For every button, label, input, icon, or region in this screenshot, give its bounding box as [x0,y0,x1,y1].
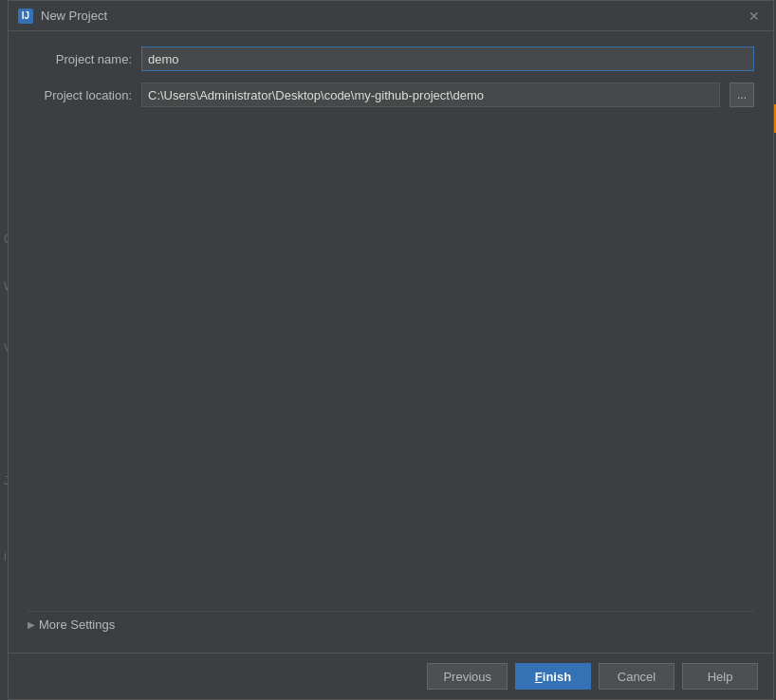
previous-button[interactable]: Previous [427,663,508,690]
project-name-input[interactable] [141,46,754,71]
cancel-button[interactable]: Cancel [599,663,674,690]
dialog-title-left: IJ New Project [18,9,107,24]
dialog-content: Project name: Project location: ... ▶ Mo… [9,31,773,653]
more-settings-label: More Settings [39,617,115,632]
close-button[interactable]: ✕ [745,7,764,26]
browse-button[interactable]: ... [730,83,754,107]
dialog-titlebar: IJ New Project ✕ [9,1,773,31]
help-button[interactable]: Help [682,663,758,690]
dialog-title-text: New Project [41,9,107,23]
more-settings-arrow-icon: ▶ [28,619,35,630]
more-settings-row[interactable]: ▶ More Settings [28,611,754,637]
new-project-dialog: IJ New Project ✕ Project name: Project l… [8,0,774,700]
project-location-row: Project location: ... [28,83,754,107]
dialog-app-icon: IJ [18,9,33,24]
project-name-label: Project name: [28,52,132,66]
project-location-label: Project location: [28,88,132,102]
finish-underline: Finish [535,670,571,684]
dialog-footer: Previous Finish Cancel Help [9,653,773,699]
project-location-input[interactable] [141,83,720,107]
finish-button[interactable]: Finish [515,663,591,690]
ide-hint-i: i [4,550,7,563]
project-name-row: Project name: [28,46,754,71]
content-spacer [28,119,754,599]
